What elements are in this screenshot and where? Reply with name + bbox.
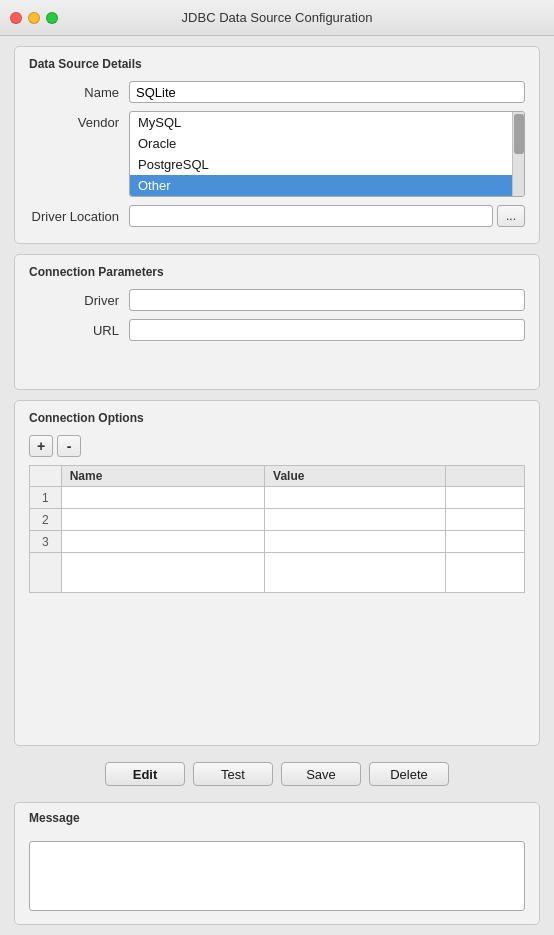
vendor-list: MySQL Oracle PostgreSQL Other [129,111,525,197]
driver-input[interactable] [129,289,525,311]
add-row-button[interactable]: + [29,435,53,457]
empty-row-name [61,553,264,593]
url-input[interactable] [129,319,525,341]
name-row: Name [29,81,525,103]
driver-row: Driver [29,289,525,311]
empty-row-extra [445,553,524,593]
vendor-item-other[interactable]: Other [130,175,512,196]
col-header-num [30,466,62,487]
vendor-dropdown[interactable]: MySQL Oracle PostgreSQL Other [129,111,525,197]
row-3-num: 3 [30,531,62,553]
main-content: Data Source Details Name Vendor MySQL Or… [0,36,554,935]
row-1-value[interactable] [265,487,446,509]
title-bar: JDBC Data Source Configuration [0,0,554,36]
maximize-button[interactable] [46,12,58,24]
connection-params-section: Connection Parameters Driver URL [14,254,540,390]
vendor-item-oracle[interactable]: Oracle [130,133,512,154]
row-3-value[interactable] [265,531,446,553]
message-textarea[interactable] [29,841,525,911]
empty-row-value [265,553,446,593]
options-table: Name Value 1 2 [29,465,525,593]
scrollbar-thumb [514,114,524,154]
traffic-lights [10,12,58,24]
button-row: Edit Test Save Delete [14,756,540,792]
driver-location-label: Driver Location [29,209,129,224]
connection-params-title: Connection Parameters [29,265,525,279]
col-header-extra [445,466,524,487]
vendor-item-mysql[interactable]: MySQL [130,112,512,133]
browse-button[interactable]: ... [497,205,525,227]
table-row: 3 [30,531,525,553]
row-1-name[interactable] [61,487,264,509]
connection-options-title: Connection Options [29,411,525,425]
message-title: Message [29,811,525,825]
window-title: JDBC Data Source Configuration [182,10,373,25]
row-2-extra [445,509,524,531]
options-table-body: 1 2 3 [30,487,525,593]
delete-button[interactable]: Delete [369,762,449,786]
table-row: 1 [30,487,525,509]
url-label: URL [29,323,129,338]
driver-location-input[interactable] [129,205,493,227]
vendor-row: Vendor MySQL Oracle PostgreSQL Other [29,111,525,197]
data-source-details-section: Data Source Details Name Vendor MySQL Or… [14,46,540,244]
empty-row-num [30,553,62,593]
row-2-name[interactable] [61,509,264,531]
add-remove-row: + - [29,435,525,457]
driver-label: Driver [29,293,129,308]
edit-button[interactable]: Edit [105,762,185,786]
minimize-button[interactable] [28,12,40,24]
row-2-num: 2 [30,509,62,531]
close-button[interactable] [10,12,22,24]
connection-options-section: Connection Options + - Name Value 1 [14,400,540,746]
vendor-label: Vendor [29,111,129,130]
test-button[interactable]: Test [193,762,273,786]
name-label: Name [29,85,129,100]
remove-row-button[interactable]: - [57,435,81,457]
row-3-name[interactable] [61,531,264,553]
row-2-value[interactable] [265,509,446,531]
vendor-item-postgresql[interactable]: PostgreSQL [130,154,512,175]
col-header-value: Value [265,466,446,487]
table-header-row: Name Value [30,466,525,487]
row-1-extra [445,487,524,509]
row-1-num: 1 [30,487,62,509]
empty-row [30,553,525,593]
table-row: 2 [30,509,525,531]
col-header-name: Name [61,466,264,487]
dropdown-scroll-container: MySQL Oracle PostgreSQL Other [130,112,524,196]
name-input[interactable] [129,81,525,103]
row-3-extra [445,531,524,553]
scrollbar-track[interactable] [512,112,524,196]
save-button[interactable]: Save [281,762,361,786]
data-source-details-title: Data Source Details [29,57,525,71]
driver-location-row: Driver Location ... [29,205,525,227]
url-row: URL [29,319,525,341]
vendor-items: MySQL Oracle PostgreSQL Other [130,112,512,196]
message-section: Message [14,802,540,925]
